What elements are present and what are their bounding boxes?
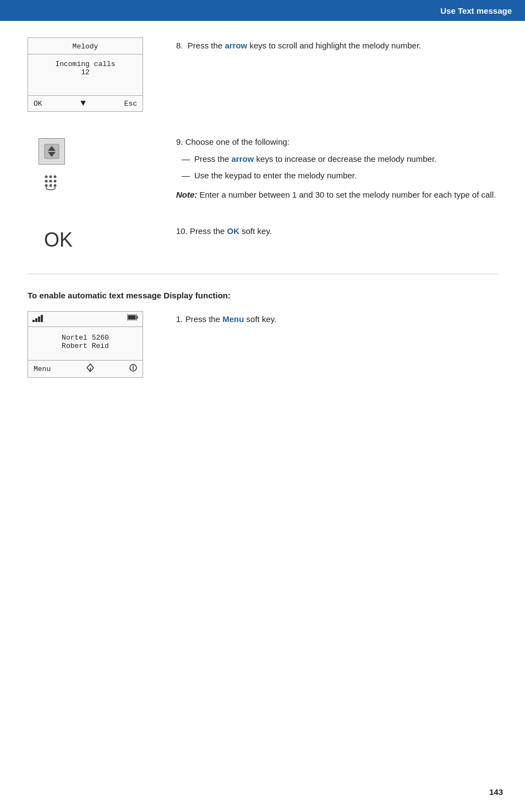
menu-softkey-center (86, 363, 94, 374)
svg-point-11 (54, 184, 57, 187)
menu-screen: Nortel 5260 Robert Reid Menu (28, 311, 143, 378)
option2-dash: — (182, 170, 190, 182)
step10-right: 10. Press the OK soft key. (176, 223, 497, 238)
menu-softkey-left[interactable]: Menu (34, 365, 51, 373)
step10-text-before: Press the (190, 226, 227, 236)
page-number: 143 (489, 787, 503, 797)
section-divider (28, 274, 497, 274)
svg-point-5 (54, 176, 57, 178)
option2-text: Use the keypad to enter the melody numbe… (194, 170, 357, 182)
step1-right: 1. Press the Menu soft key. (176, 311, 497, 326)
battery-icon (127, 314, 138, 324)
melody-screen-title: Melody (28, 38, 143, 55)
step10-row: OK 10. Press the OK soft key. (28, 223, 497, 252)
step9-option1: — Press the arrow keys to increase or de… (182, 153, 497, 166)
menu-right-icon-svg (129, 363, 137, 372)
step8-row: Melody Incoming calls 12 OK ▼ Esc 8. Pre… (28, 37, 497, 112)
step1-text-before: Press the (185, 314, 223, 324)
svg-point-7 (50, 180, 52, 183)
step9-right: 9. Choose one of the following: — Press … (176, 134, 497, 201)
step10-text-after: soft key. (239, 226, 272, 236)
step9-sublist: — Press the arrow keys to increase or de… (182, 153, 497, 182)
step9-note: Note: Enter a number between 1 and 30 to… (176, 189, 497, 201)
note-label: Note: (176, 190, 197, 199)
svg-rect-14 (32, 320, 35, 322)
step1-text-after: soft key. (244, 314, 276, 324)
keypad-svg (41, 172, 61, 192)
melody-softkeys: OK ▼ Esc (28, 96, 143, 111)
melody-softkey-left[interactable]: OK (34, 100, 42, 108)
option1-text: Press the arrow keys to increase or decr… (194, 153, 436, 166)
battery-svg (127, 314, 138, 320)
step8-number: 8. (176, 41, 183, 50)
melody-softkey-center[interactable]: ▼ (80, 99, 86, 108)
section-heading: To enable automatic text message Display… (28, 291, 497, 300)
menu-screen-topbar (28, 312, 143, 327)
svg-point-6 (45, 180, 48, 183)
menu-softkey-right (129, 363, 137, 374)
step8-text-after: keys to scroll and highlight the melody … (247, 41, 421, 50)
large-ok: OK (44, 228, 154, 252)
step8-arrow-word: arrow (225, 41, 247, 50)
signal-icon (32, 314, 45, 324)
step8-right: 8. Press the arrow keys to scroll and hi… (176, 37, 497, 52)
arrow-updown-icon (39, 138, 65, 165)
step9-left (28, 134, 154, 195)
melody-screen: Melody Incoming calls 12 OK ▼ Esc (28, 37, 143, 112)
svg-point-3 (45, 176, 48, 178)
menu-body-line1: Nortel 5260 (62, 334, 109, 342)
step9-row: 9. Choose one of the following: — Press … (28, 134, 497, 201)
note-content: Enter a number between 1 and 30 to set t… (197, 190, 496, 199)
menu-body-line2: Robert Reid (62, 342, 109, 350)
melody-softkey-right[interactable]: Esc (124, 100, 137, 108)
svg-rect-15 (35, 318, 37, 322)
step10-number: 10. (176, 226, 188, 236)
step9-number: 9. (176, 137, 183, 146)
signal-bars-svg (32, 314, 45, 322)
svg-point-8 (54, 180, 57, 183)
step9-intro: 9. Choose one of the following: (176, 136, 497, 149)
step8-text-before: Press the (188, 41, 225, 50)
step9-text: Choose one of the following: (185, 137, 289, 146)
step10-left: OK (28, 223, 154, 252)
step1-text: 1. Press the Menu soft key. (176, 314, 276, 324)
svg-point-4 (50, 176, 52, 178)
step10-ok-word: OK (227, 226, 240, 236)
melody-screen-body: Incoming calls 12 (28, 55, 143, 93)
step10-text: 10. Press the OK soft key. (176, 226, 272, 236)
melody-body-line1: Incoming calls (55, 60, 115, 68)
svg-point-9 (45, 184, 48, 187)
icon-col (39, 138, 154, 195)
page-section-title: Use Text message (440, 6, 512, 15)
svg-rect-16 (38, 317, 40, 322)
step1-menu-word: Menu (222, 314, 244, 324)
arrow-updown-svg (43, 143, 60, 160)
svg-rect-17 (41, 315, 43, 322)
melody-body-line2: 12 (81, 68, 90, 77)
step8-text: 8. Press the arrow keys to scroll and hi… (176, 41, 421, 50)
step1-number: 1. (176, 314, 183, 324)
svg-rect-20 (128, 315, 136, 320)
top-bar: Use Text message (0, 0, 525, 21)
option1-arrow: arrow (232, 154, 254, 164)
option1-text-after: keys to increase or decrease the melody … (254, 154, 436, 164)
option1-dash: — (182, 153, 190, 166)
menu-screen-body: Nortel 5260 Robert Reid (28, 327, 143, 360)
keypad-icon (41, 172, 61, 195)
step8-left: Melody Incoming calls 12 OK ▼ Esc (28, 37, 154, 112)
step1-menu-row: Nortel 5260 Robert Reid Menu (28, 311, 497, 378)
svg-rect-19 (137, 316, 138, 319)
step9-option2: — Use the keypad to enter the melody num… (182, 170, 497, 182)
option1-text-before: Press the (194, 154, 232, 164)
svg-point-10 (50, 184, 52, 187)
step1-left: Nortel 5260 Robert Reid Menu (28, 311, 154, 378)
menu-softkeys: Menu (28, 361, 143, 377)
menu-center-icon-svg (86, 363, 94, 372)
